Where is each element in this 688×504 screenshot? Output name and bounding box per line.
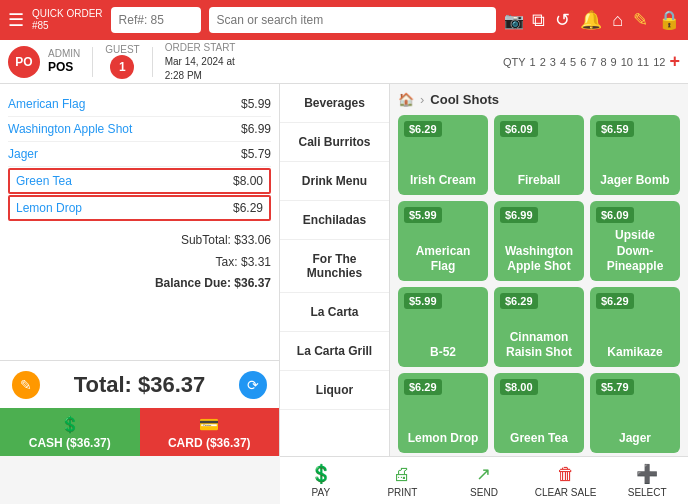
price-badge: $6.99 — [500, 207, 538, 223]
lock-icon[interactable]: 🔒 — [658, 9, 680, 31]
order-info: ORDER START Mar 14, 2024 at 2:28 PM — [165, 41, 236, 83]
item-card[interactable]: $5.99 American Flag — [398, 201, 488, 281]
layers-icon[interactable]: ⧉ — [532, 10, 545, 31]
header: ☰ QUICK ORDER #85 📷 ⧉ ↺ 🔔 ⌂ ✎ 🔒 — [0, 0, 688, 40]
price-badge: $6.09 — [500, 121, 538, 137]
item-card[interactable]: $8.00 Green Tea — [494, 373, 584, 453]
category-item[interactable]: Beverages — [280, 84, 389, 123]
items-grid: $6.29 Irish Cream $6.09 Fireball $6.59 J… — [398, 115, 680, 453]
item-card[interactable]: $6.29 Irish Cream — [398, 115, 488, 195]
item-card[interactable]: $6.59 Jager Bomb — [590, 115, 680, 195]
send-icon: ↗ — [476, 463, 491, 485]
order-totals: SubTotal: $33.06 Tax: $3.31 Balance Due:… — [8, 230, 271, 295]
history-icon[interactable]: ⟳ — [239, 371, 267, 399]
print-button[interactable]: 🖨PRINT — [362, 457, 444, 504]
edit-order-icon[interactable]: ✎ — [12, 371, 40, 399]
price-badge: $6.09 — [596, 207, 634, 223]
item-card[interactable]: $6.99 Washington Apple Shot — [494, 201, 584, 281]
category-item[interactable]: Liquor — [280, 371, 389, 410]
card-button[interactable]: 💳 CARD ($36.37) — [140, 408, 280, 456]
send-button[interactable]: ↗SEND — [443, 457, 525, 504]
left-panel: American Flag$5.99Washington Apple Shot$… — [0, 84, 280, 456]
item-card[interactable]: $5.99 B-52 — [398, 287, 488, 367]
category-item[interactable]: For The Munchies — [280, 240, 389, 293]
item-label: American Flag — [404, 244, 482, 275]
item-label: Jager Bomb — [600, 173, 669, 189]
qty-numbers: 1 2 3 4 5 6 7 8 9 10 11 12 — [530, 56, 666, 68]
total-bar: ✎ Total: $36.37 ⟳ — [0, 360, 279, 408]
app-title: QUICK ORDER #85 — [32, 8, 103, 32]
cash-icon: 💲 — [60, 415, 80, 434]
items-panel: 🏠 › Cool Shots $6.29 Irish Cream $6.09 F… — [390, 84, 688, 456]
edit-nav-icon[interactable]: ✎ — [633, 9, 648, 31]
clear-sale-icon: 🗑 — [557, 464, 575, 485]
category-item[interactable]: La Carta Grill — [280, 332, 389, 371]
clear-sale-button[interactable]: 🗑CLEAR SALE — [525, 457, 607, 504]
pay-icon: 💲 — [310, 463, 332, 485]
categories-panel: BeveragesCali BurritosDrink MenuEnchilad… — [280, 84, 390, 456]
header-icons: ⧉ ↺ 🔔 ⌂ ✎ 🔒 — [532, 9, 680, 31]
avatar: PO — [8, 46, 40, 78]
subheader: PO ADMIN POS GUEST 1 ORDER START Mar 14,… — [0, 40, 688, 84]
item-label: Jager — [619, 431, 651, 447]
camera-icon[interactable]: 📷 — [504, 11, 524, 30]
item-label: Upside Down-Pineapple — [596, 228, 674, 275]
menu-icon[interactable]: ☰ — [8, 9, 24, 31]
item-card[interactable]: $6.09 Upside Down-Pineapple — [590, 201, 680, 281]
item-card[interactable]: $6.29 Kamikaze — [590, 287, 680, 367]
admin-info: ADMIN POS — [48, 47, 80, 76]
select-icon: ➕ — [636, 463, 658, 485]
home-breadcrumb-icon[interactable]: 🏠 — [398, 92, 414, 107]
plus-qty-icon[interactable]: + — [669, 51, 680, 72]
item-label: Cinnamon Raisin Shot — [500, 330, 578, 361]
price-badge: $6.29 — [500, 293, 538, 309]
price-badge: $8.00 — [500, 379, 538, 395]
cash-button[interactable]: 💲 CASH ($36.37) — [0, 408, 140, 456]
price-badge: $5.99 — [404, 293, 442, 309]
price-badge: $6.59 — [596, 121, 634, 137]
payment-bar: 💲 CASH ($36.37) 💳 CARD ($36.37) — [0, 408, 279, 456]
order-items-list: American Flag$5.99Washington Apple Shot$… — [8, 92, 271, 222]
item-label: Washington Apple Shot — [500, 244, 578, 275]
category-item[interactable]: Enchiladas — [280, 201, 389, 240]
item-card[interactable]: $6.29 Cinnamon Raisin Shot — [494, 287, 584, 367]
price-badge: $5.99 — [404, 207, 442, 223]
card-icon: 💳 — [199, 415, 219, 434]
total-display: Total: $36.37 — [74, 372, 206, 398]
item-card[interactable]: $5.79 Jager — [590, 373, 680, 453]
select-button[interactable]: ➕SELECT — [606, 457, 688, 504]
item-card[interactable]: $6.09 Fireball — [494, 115, 584, 195]
bell-icon[interactable]: 🔔 — [580, 9, 602, 31]
search-input[interactable] — [209, 7, 497, 33]
price-badge: $5.79 — [596, 379, 634, 395]
order-item[interactable]: Jager$5.79 — [8, 142, 271, 167]
home-nav-icon[interactable]: ⌂ — [612, 10, 623, 31]
order-item[interactable]: Green Tea$8.00 — [8, 168, 271, 194]
item-label: Green Tea — [510, 431, 568, 447]
category-item[interactable]: Drink Menu — [280, 162, 389, 201]
qty-section: QTY 1 2 3 4 5 6 7 8 9 10 11 12 + — [503, 51, 680, 72]
order-item[interactable]: Washington Apple Shot$6.99 — [8, 117, 271, 142]
refresh-icon[interactable]: ↺ — [555, 9, 570, 31]
item-label: Fireball — [518, 173, 561, 189]
guest-info: GUEST 1 — [105, 44, 139, 79]
print-icon: 🖨 — [393, 464, 411, 485]
item-label: B-52 — [430, 345, 456, 361]
item-card[interactable]: $6.29 Lemon Drop — [398, 373, 488, 453]
pay-button[interactable]: 💲PAY — [280, 457, 362, 504]
item-label: Irish Cream — [410, 173, 476, 189]
action-bar: 💲PAY🖨PRINT↗SEND🗑CLEAR SALE➕SELECT — [280, 456, 688, 504]
item-label: Kamikaze — [607, 345, 662, 361]
order-item[interactable]: American Flag$5.99 — [8, 92, 271, 117]
main-content: American Flag$5.99Washington Apple Shot$… — [0, 84, 688, 456]
category-item[interactable]: Cali Burritos — [280, 123, 389, 162]
item-label: Lemon Drop — [408, 431, 479, 447]
ref-input[interactable] — [111, 7, 201, 33]
price-badge: $6.29 — [596, 293, 634, 309]
order-item[interactable]: Lemon Drop$6.29 — [8, 195, 271, 221]
price-badge: $6.29 — [404, 379, 442, 395]
breadcrumb: 🏠 › Cool Shots — [398, 92, 680, 107]
category-item[interactable]: La Carta — [280, 293, 389, 332]
price-badge: $6.29 — [404, 121, 442, 137]
guest-count: 1 — [110, 55, 134, 79]
